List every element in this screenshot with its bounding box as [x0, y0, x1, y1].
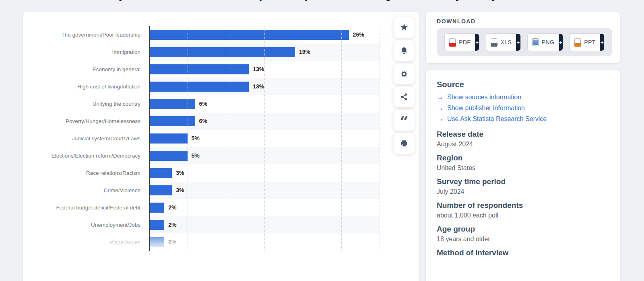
chart-row: Crime/Violence3%	[23, 182, 419, 199]
bar[interactable]	[149, 116, 195, 126]
info-field-label: Method of interview	[437, 248, 610, 257]
info-field-label: Age group	[437, 225, 610, 234]
bar[interactable]	[149, 47, 295, 57]
info-field: Age group18 years and older	[437, 225, 610, 243]
download-heading: DOWNLOAD	[437, 18, 612, 25]
add-to-cart-plus-icon[interactable]: +	[475, 34, 479, 51]
category-label: Wage issues	[23, 234, 149, 251]
source-heading: Source	[437, 80, 610, 89]
chart-card: The government/Poor leadership26%Immigra…	[23, 12, 419, 281]
bar-value-label: 6%	[199, 113, 207, 130]
xls-file-icon	[491, 38, 497, 46]
png-file-icon	[532, 38, 539, 46]
bar[interactable]	[149, 133, 188, 144]
source-info-panel: Source →Show sources information→Show pu…	[426, 70, 620, 281]
download-pdf-button[interactable]: PDF+	[444, 33, 479, 51]
chart-row: The government/Poor leadership26%	[23, 26, 419, 43]
bar-track: 13%	[149, 78, 380, 95]
info-field-value: August 2024	[437, 141, 610, 148]
source-link-label: Show sources information	[447, 92, 521, 103]
info-field-label: Release date	[437, 130, 610, 139]
bar-value-label: 5%	[191, 130, 199, 147]
chart-row: Economy in general13%	[23, 61, 419, 78]
info-field-value: July 2024	[437, 188, 610, 195]
info-field-label: Region	[437, 154, 610, 162]
category-label: Federal budget deficit/Federal debt	[23, 199, 149, 216]
chart-row: Race relations/Racism3%	[23, 164, 419, 182]
bar-track: 6%	[149, 95, 380, 113]
bar-value-label: 13%	[253, 61, 264, 78]
info-field: Release dateAugust 2024	[437, 130, 610, 148]
source-link-label: Use Ask Statista Research Service	[447, 113, 547, 124]
bar[interactable]	[149, 30, 349, 40]
bar-track: 5%	[149, 147, 380, 164]
download-png-button[interactable]: PNG+	[527, 33, 564, 51]
bar-track: 3%	[149, 182, 380, 199]
bar[interactable]	[149, 99, 195, 109]
download-format-label: PNG	[542, 39, 554, 45]
chart-row: Immigration19%	[23, 43, 419, 61]
add-to-cart-plus-icon[interactable]: +	[559, 34, 563, 51]
bar-track: 6%	[149, 113, 380, 130]
chart-row: Unifying the country6%	[23, 95, 419, 113]
bar-track: 13%	[149, 61, 380, 78]
arrow-right-icon: →	[437, 92, 444, 103]
bar-track: 5%	[149, 130, 380, 147]
bar-value-label: 2%	[168, 199, 176, 216]
favorite-button[interactable]: ★	[394, 17, 415, 38]
bar[interactable]	[149, 237, 164, 247]
download-panel: DOWNLOAD PDF+XLS+PNG+PPT+	[426, 12, 620, 63]
gear-icon	[400, 70, 409, 78]
share-button[interactable]	[394, 86, 415, 107]
info-field-value: about 1,000 each poll	[437, 212, 610, 219]
bar[interactable]	[149, 82, 249, 92]
bar[interactable]	[149, 64, 249, 74]
category-label: Race relations/Racism	[23, 164, 149, 182]
category-label: Immigration	[23, 43, 149, 61]
bar-value-label: 26%	[353, 26, 364, 43]
add-to-cart-plus-icon[interactable]: +	[516, 34, 520, 51]
bar-track: 3%	[149, 164, 380, 182]
category-label: Elections/Election reform/Democracy	[23, 147, 149, 164]
bar[interactable]	[149, 151, 188, 161]
arrow-right-icon: →	[437, 113, 444, 124]
bar-value-label: 13%	[253, 78, 264, 95]
chart-row: Unemployment/Jobs2%	[23, 216, 419, 234]
alerts-button[interactable]	[394, 40, 415, 61]
info-field-value: 18 years and older	[437, 236, 610, 243]
bar[interactable]	[149, 168, 172, 178]
bar-value-label: 19%	[299, 43, 310, 61]
bar-value-label: 2%	[168, 216, 176, 234]
chart-row: Elections/Election reform/Democracy5%	[23, 147, 419, 164]
info-field-label: Number of respondents	[437, 201, 610, 210]
bar-track: 2%	[149, 216, 380, 234]
settings-button[interactable]	[394, 64, 415, 84]
source-link[interactable]: →Show publisher information	[437, 103, 610, 113]
info-field: RegionUnited States	[437, 154, 610, 172]
bar-value-label: 5%	[191, 147, 199, 164]
chart-row: Federal budget deficit/Federal debt2%	[23, 199, 419, 216]
bar-track: 2%	[149, 199, 380, 216]
bar[interactable]	[149, 220, 164, 230]
source-link[interactable]: →Use Ask Statista Research Service	[437, 113, 610, 124]
category-label: Crime/Violence	[23, 182, 149, 199]
bar-value-label: 3%	[176, 164, 184, 182]
download-ppt-button[interactable]: PPT+	[570, 33, 605, 51]
info-field-label: Survey time period	[437, 177, 610, 186]
cite-button[interactable]: “	[394, 110, 415, 131]
pdf-file-icon	[449, 38, 456, 46]
download-tray: PDF+XLS+PNG+PPT+	[437, 28, 612, 56]
chart-row: Wage issues2%	[23, 234, 419, 251]
bar[interactable]	[149, 185, 172, 195]
source-link[interactable]: →Show sources information	[437, 92, 610, 103]
bar[interactable]	[149, 203, 164, 213]
ppt-file-icon	[574, 38, 581, 46]
add-to-cart-plus-icon[interactable]: +	[600, 34, 604, 51]
download-format-label: PDF	[459, 39, 471, 45]
print-button[interactable]	[394, 133, 415, 154]
download-xls-button[interactable]: XLS+	[486, 33, 520, 51]
star-icon: ★	[400, 23, 409, 32]
bar-value-label: 3%	[176, 182, 184, 199]
category-label: Unifying the country	[23, 95, 149, 113]
category-label: The government/Poor leadership	[23, 26, 149, 43]
